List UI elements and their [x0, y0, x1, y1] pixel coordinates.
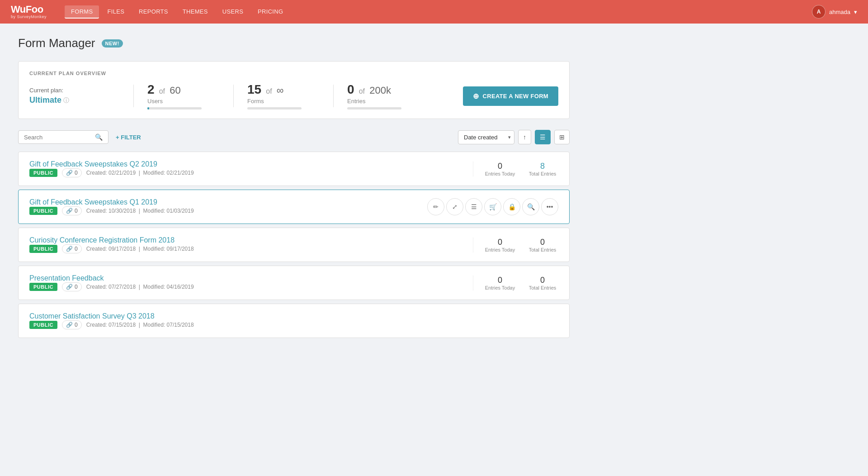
- entries-today-num: 0: [484, 162, 516, 171]
- link-number: 0: [75, 284, 78, 290]
- nav-forms[interactable]: FORMS: [65, 5, 99, 19]
- stat-users-label: Users: [147, 98, 220, 105]
- more-button[interactable]: •••: [541, 198, 558, 215]
- form-meta: PUBLIC 🔗 0 Created: 10/30/2018 | Modifie…: [29, 206, 427, 215]
- reports-button[interactable]: 🔍: [522, 198, 539, 215]
- form-title[interactable]: Gift of Feedback Sweepstakes Q1 2019: [29, 198, 157, 206]
- edit-button[interactable]: ✏: [427, 198, 444, 215]
- search-input[interactable]: [24, 134, 91, 141]
- total-entries-label: Total Entries: [527, 247, 558, 252]
- grid-view-button[interactable]: ⊞: [554, 130, 570, 144]
- form-title[interactable]: Curiosity Conference Registration Form 2…: [29, 236, 175, 244]
- public-badge: PUBLIC: [29, 207, 57, 215]
- entries-today-label: Entries Today: [484, 171, 516, 176]
- stat-users: 2 of 60 Users: [147, 82, 220, 109]
- plan-current-label: Current plan:: [29, 87, 106, 94]
- search-icon[interactable]: 🔍: [95, 133, 103, 141]
- share-button[interactable]: ⤢: [446, 198, 463, 215]
- stat-divider-2: [233, 85, 234, 107]
- stat-entries-label: Entries: [347, 98, 420, 105]
- total-entries-label: Total Entries: [527, 171, 558, 176]
- sort-up-icon: ↑: [523, 133, 526, 141]
- lock-button[interactable]: 🔒: [503, 198, 520, 215]
- link-icon: 🔗: [66, 208, 73, 214]
- form-stats: 0 Entries Today 0 Total Entries: [473, 276, 558, 290]
- link-count: 🔗 0: [62, 320, 82, 329]
- form-info: Gift of Feedback Sweepstakes Q1 2019 PUB…: [29, 198, 427, 215]
- main-content: Form Manager NEW! CURRENT PLAN OVERVIEW …: [0, 24, 588, 351]
- grid-view-icon: ⊞: [559, 133, 565, 141]
- page-header: Form Manager NEW!: [18, 36, 570, 50]
- form-title[interactable]: Gift of Feedback Sweepstakes Q2 2019: [29, 160, 157, 168]
- info-icon[interactable]: ⓘ: [63, 96, 69, 105]
- total-entries-col: 8 Total Entries: [527, 162, 558, 176]
- link-icon: 🔗: [66, 246, 73, 252]
- nav-reports[interactable]: REPORTS: [132, 5, 175, 19]
- entries-today-num: 0: [484, 238, 516, 247]
- sort-direction-button[interactable]: ↑: [518, 130, 531, 144]
- form-info: Presentation Feedback PUBLIC 🔗 0 Created…: [29, 274, 473, 291]
- stat-forms: 15 of ∞ Forms: [247, 82, 320, 109]
- filter-button[interactable]: + FILTER: [116, 134, 141, 141]
- total-entries-num: 0: [527, 238, 558, 247]
- sort-select[interactable]: Date created Date modified Name: [458, 130, 514, 144]
- total-entries-num: 8: [527, 162, 558, 171]
- logo-sub: by SurveyMonkey: [11, 14, 47, 19]
- form-meta: PUBLIC 🔗 0 Created: 07/15/2018 | Modifie…: [29, 320, 558, 329]
- link-icon: 🔗: [66, 322, 73, 328]
- stat-divider-3: [333, 85, 334, 107]
- stat-forms-label: Forms: [247, 98, 320, 105]
- form-card: Gift of Feedback Sweepstakes Q1 2019 PUB…: [18, 190, 570, 224]
- entries-button[interactable]: ☰: [465, 198, 482, 215]
- entries-today-label: Entries Today: [484, 285, 516, 290]
- nav-pricing[interactable]: PRICING: [251, 5, 289, 19]
- link-number: 0: [75, 208, 78, 214]
- plan-section-label: CURRENT PLAN OVERVIEW: [29, 71, 558, 76]
- toolbar-right: Date created Date modified Name ▾ ↑ ☰ ⊞: [458, 130, 570, 144]
- user-chevron-icon: ▾: [854, 9, 857, 15]
- payments-button[interactable]: 🛒: [484, 198, 501, 215]
- form-info: Curiosity Conference Registration Form 2…: [29, 236, 473, 253]
- public-badge: PUBLIC: [29, 245, 57, 253]
- plus-circle-icon: ⊕: [473, 92, 479, 100]
- link-count: 🔗 0: [62, 244, 82, 253]
- link-icon: 🔗: [66, 170, 73, 176]
- public-badge: PUBLIC: [29, 321, 57, 329]
- form-title[interactable]: Customer Satisfaction Survey Q3 2018: [29, 312, 155, 320]
- form-card: Presentation Feedback PUBLIC 🔗 0 Created…: [18, 266, 570, 300]
- link-icon: 🔗: [66, 284, 73, 290]
- create-form-button[interactable]: ⊕ CREATE A NEW FORM: [463, 86, 558, 106]
- stat-entries: 0 of 200k Entries: [347, 82, 420, 109]
- logo[interactable]: WuFoo by SurveyMonkey: [11, 5, 47, 19]
- form-meta: PUBLIC 🔗 0 Created: 07/27/2018 | Modifie…: [29, 282, 473, 291]
- forms-list: Gift of Feedback Sweepstakes Q2 2019 PUB…: [18, 152, 570, 338]
- form-dates: Created: 07/15/2018 | Modified: 07/15/20…: [86, 322, 194, 328]
- form-title[interactable]: Presentation Feedback: [29, 274, 104, 282]
- username: ahmada: [829, 9, 850, 15]
- form-dates: Created: 07/27/2018 | Modified: 04/16/20…: [86, 284, 194, 290]
- nav-users[interactable]: USERS: [216, 5, 250, 19]
- nav-files[interactable]: FILES: [101, 5, 131, 19]
- form-card: Gift of Feedback Sweepstakes Q2 2019 PUB…: [18, 152, 570, 186]
- link-number: 0: [75, 322, 78, 328]
- navbar: WuFoo by SurveyMonkey FORMS FILES REPORT…: [0, 0, 868, 24]
- stat-users-bar: [147, 107, 202, 109]
- total-entries-num: 0: [527, 276, 558, 285]
- sort-select-wrap: Date created Date modified Name ▾: [458, 130, 514, 144]
- nav-links: FORMS FILES REPORTS THEMES USERS PRICING: [65, 5, 812, 19]
- logo-text: WuFoo: [11, 4, 43, 15]
- form-card: Customer Satisfaction Survey Q3 2018 PUB…: [18, 304, 570, 338]
- entries-today-col: 0 Entries Today: [484, 276, 516, 290]
- user-menu[interactable]: A ahmada ▾: [812, 5, 857, 19]
- entries-today-label: Entries Today: [484, 247, 516, 252]
- stat-forms-numbers: 15 of ∞: [247, 82, 320, 97]
- form-info: Customer Satisfaction Survey Q3 2018 PUB…: [29, 312, 558, 329]
- list-view-button[interactable]: ☰: [535, 130, 551, 144]
- stat-entries-numbers: 0 of 200k: [347, 82, 420, 97]
- link-number: 0: [75, 246, 78, 252]
- plan-current: Current plan: Ultimate ⓘ: [29, 87, 120, 105]
- create-btn-wrap: ⊕ CREATE A NEW FORM: [463, 86, 558, 106]
- stat-forms-bar: [247, 107, 302, 109]
- plan-name: Ultimate: [29, 95, 61, 105]
- nav-themes[interactable]: THEMES: [176, 5, 214, 19]
